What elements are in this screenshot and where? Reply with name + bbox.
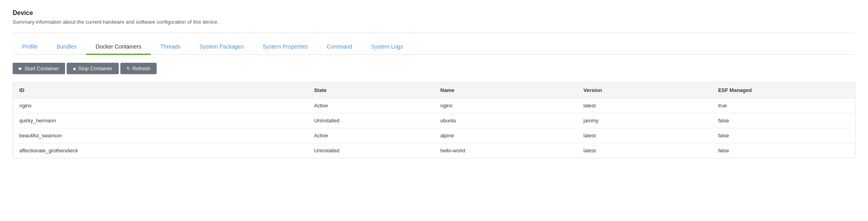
start-container-button[interactable]: ▶ Start Container xyxy=(13,63,65,74)
table-header-row: ID State Name Version ESF Managed xyxy=(13,82,855,98)
cell-state: Active xyxy=(308,98,434,113)
cell-esf_managed: false xyxy=(712,143,855,158)
col-header-name: Name xyxy=(434,82,577,98)
refresh-label: Refresh xyxy=(133,66,151,71)
page-subtitle: Summary information about the current ha… xyxy=(13,19,855,25)
page-title: Device xyxy=(13,9,855,17)
tab-system-packages[interactable]: System Packages xyxy=(190,39,253,55)
col-header-id: ID xyxy=(13,82,308,98)
cell-version: latest xyxy=(577,143,712,158)
cell-id: beautiful_swanson xyxy=(13,128,308,143)
table-row[interactable]: nginxActivenginxlatesttrue xyxy=(13,98,855,113)
stop-container-button[interactable]: ■ Stop Container xyxy=(67,63,118,74)
tab-profile[interactable]: Profile xyxy=(13,39,47,55)
tab-threads[interactable]: Threads xyxy=(151,39,190,55)
table-body: nginxActivenginxlatesttruequirky_hermann… xyxy=(13,98,855,158)
containers-table: ID State Name Version ESF Managed nginxA… xyxy=(13,82,855,158)
toolbar: ▶ Start Container ■ Stop Container ↻ Ref… xyxy=(13,63,855,74)
refresh-button[interactable]: ↻ Refresh xyxy=(120,63,157,74)
tab-system-logs[interactable]: System Logs xyxy=(362,39,413,55)
cell-state: Active xyxy=(308,128,434,143)
cell-version: jammy xyxy=(577,113,712,128)
tabs-bar: Profile Bundles Docker Containers Thread… xyxy=(13,39,855,55)
tab-system-properties[interactable]: System Properties xyxy=(253,39,317,55)
divider xyxy=(13,33,855,33)
cell-id: quirky_hermann xyxy=(13,113,308,128)
cell-id: nginx xyxy=(13,98,308,113)
tab-docker-containers[interactable]: Docker Containers xyxy=(86,39,151,55)
cell-esf_managed: false xyxy=(712,128,855,143)
table-row[interactable]: quirky_hermannUninstalledubuntujammyfals… xyxy=(13,113,855,128)
refresh-icon: ↻ xyxy=(127,66,130,71)
tab-bundles[interactable]: Bundles xyxy=(47,39,86,55)
cell-state: Uninstalled xyxy=(308,143,434,158)
table-row[interactable]: affectionate_grothendieckUninstalledhell… xyxy=(13,143,855,158)
col-header-state: State xyxy=(308,82,434,98)
cell-esf_managed: true xyxy=(712,98,855,113)
cell-version: latest xyxy=(577,128,712,143)
start-container-label: Start Container xyxy=(24,66,59,71)
page-container: Device Summary information about the cur… xyxy=(0,0,868,168)
cell-esf_managed: false xyxy=(712,113,855,128)
cell-name: nginx xyxy=(434,98,577,113)
table-row[interactable]: beautiful_swansonActivealpinelatestfalse xyxy=(13,128,855,143)
cell-name: alpine xyxy=(434,128,577,143)
col-header-esf: ESF Managed xyxy=(712,82,855,98)
cell-state: Uninstalled xyxy=(308,113,434,128)
cell-name: hello-world xyxy=(434,143,577,158)
stop-icon: ■ xyxy=(73,66,76,71)
col-header-version: Version xyxy=(577,82,712,98)
cell-version: latest xyxy=(577,98,712,113)
start-icon: ▶ xyxy=(19,66,22,71)
cell-name: ubuntu xyxy=(434,113,577,128)
tab-command[interactable]: Command xyxy=(317,39,362,55)
containers-table-container: ID State Name Version ESF Managed nginxA… xyxy=(13,82,855,158)
stop-container-label: Stop Container xyxy=(78,66,112,71)
cell-id: affectionate_grothendieck xyxy=(13,143,308,158)
